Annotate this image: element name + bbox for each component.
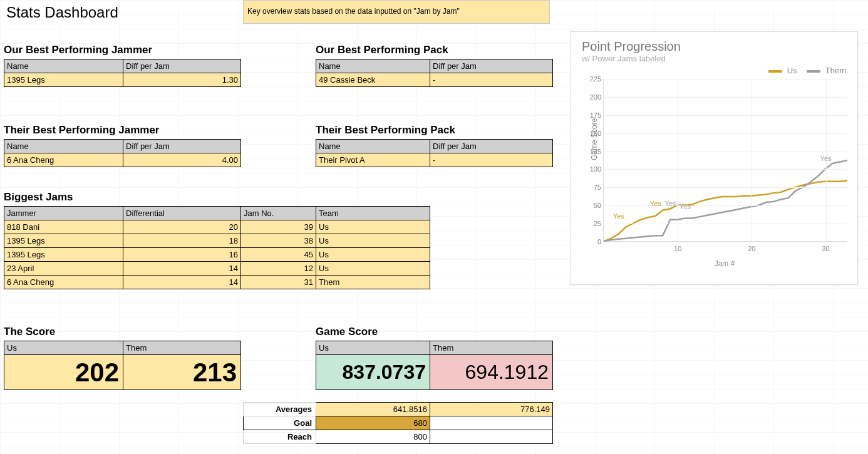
cell-jamno[interactable]: 31 <box>241 276 316 289</box>
cell-diff[interactable]: 14 <box>123 262 241 276</box>
chart-annotation: Yes <box>664 200 676 207</box>
legend-us: Us <box>787 66 797 75</box>
col-them: Them <box>430 341 553 355</box>
info-banner: Key overview stats based on the data inp… <box>243 0 550 24</box>
their-pack-diff[interactable]: - <box>430 153 553 167</box>
score-table[interactable]: Us Them 202 213 <box>4 341 241 390</box>
chart-subtitle: w/ Power Jams labeled <box>582 54 846 63</box>
chart-ytick: 0 <box>582 238 601 245</box>
chart-ytick: 225 <box>582 75 601 83</box>
cell-team[interactable]: Them <box>316 276 430 289</box>
col-name: Name <box>316 140 430 153</box>
goal-value[interactable]: 680 <box>316 416 430 430</box>
cell-team[interactable]: Us <box>316 262 430 276</box>
col-differential: Differential <box>123 207 241 220</box>
chart-xtick: 30 <box>822 245 829 252</box>
col-name: Name <box>4 140 123 153</box>
chart-ytick: 100 <box>582 165 601 173</box>
table-row[interactable]: 1395 Legs1645Us <box>4 248 430 262</box>
table-row[interactable]: 1395 Legs1838Us <box>4 234 430 248</box>
cell-jammer[interactable]: 1395 Legs <box>4 234 123 248</box>
cell-diff[interactable]: 20 <box>123 220 241 234</box>
gamescore-table[interactable]: Us Them 837.0737 694.1912 <box>316 341 553 390</box>
score-us[interactable]: 202 <box>4 355 123 390</box>
chart-title: Point Progression <box>582 39 846 54</box>
col-diff: Diff per Jam <box>430 140 553 153</box>
col-team: Team <box>316 207 430 220</box>
their-jammer-table[interactable]: Name Diff per Jam 6 Ana Cheng 4.00 <box>4 139 241 167</box>
col-name: Name <box>4 59 123 73</box>
their-jammer-name[interactable]: 6 Ana Cheng <box>4 153 123 167</box>
chart-annotation: Yes <box>679 203 691 210</box>
cell-jammer[interactable]: 6 Ana Cheng <box>4 276 123 289</box>
chart-lines <box>604 79 847 241</box>
our-pack-table[interactable]: Name Diff per Jam 49 Cassie Beck - <box>316 59 553 87</box>
section-gamescore: Game Score <box>316 326 553 341</box>
cell-jammer[interactable]: 23 April <box>4 262 123 276</box>
avg-us[interactable]: 641.8516 <box>316 403 430 416</box>
cell-jamno[interactable]: 12 <box>241 262 316 276</box>
chart-annotation: Yes <box>613 212 624 220</box>
label-averages: Averages <box>244 403 316 416</box>
our-pack-name[interactable]: 49 Cassie Beck <box>316 73 430 87</box>
gamescore-us[interactable]: 837.0737 <box>316 355 430 390</box>
cell-jamno[interactable]: 45 <box>241 248 316 262</box>
col-them: Them <box>123 341 241 355</box>
our-pack-diff[interactable]: - <box>430 73 553 87</box>
their-jammer-diff[interactable]: 4.00 <box>123 153 241 167</box>
col-name: Name <box>316 59 430 73</box>
cell-team[interactable]: Us <box>316 220 430 234</box>
chart-xtick: 10 <box>674 245 681 252</box>
label-goal: Goal <box>244 416 316 430</box>
section-our-pack: Our Best Performing Pack <box>316 44 553 59</box>
our-jammer-diff[interactable]: 1.30 <box>123 73 241 87</box>
section-score: The Score <box>4 326 241 341</box>
chart-ytick: 150 <box>582 130 601 137</box>
legend-them: Them <box>825 66 846 75</box>
chart-ytick: 175 <box>582 111 601 119</box>
page-title: Stats Dashboard <box>4 0 121 25</box>
legend-swatch-them <box>807 70 820 73</box>
col-diff: Diff per Jam <box>123 59 241 73</box>
chart-xtick: 20 <box>748 245 755 252</box>
cell-diff[interactable]: 18 <box>123 234 241 248</box>
their-pack-table[interactable]: Name Diff per Jam Their Pivot A - <box>316 139 553 167</box>
cell-team[interactable]: Us <box>316 248 430 262</box>
col-jammer: Jammer <box>4 207 123 220</box>
reach-them[interactable] <box>430 430 553 444</box>
cell-jamno[interactable]: 39 <box>241 220 316 234</box>
chart-ytick: 125 <box>582 148 601 155</box>
chart-series-them <box>604 160 847 241</box>
biggest-jams-table[interactable]: Jammer Differential Jam No. Team 818 Dan… <box>4 206 430 289</box>
score-them[interactable]: 213 <box>123 355 241 390</box>
label-reach: Reach <box>244 430 316 444</box>
our-jammer-name[interactable]: 1395 Legs <box>4 73 123 87</box>
section-biggest-jams: Biggest Jams <box>4 191 430 206</box>
our-jammer-table[interactable]: Name Diff per Jam 1395 Legs 1.30 <box>4 59 241 87</box>
chart-ytick: 200 <box>582 93 601 101</box>
chart-annotation: Yes <box>650 200 661 207</box>
gamescore-them[interactable]: 694.1912 <box>430 355 553 390</box>
col-jamno: Jam No. <box>241 207 316 220</box>
cell-jammer[interactable]: 1395 Legs <box>4 248 123 262</box>
cell-jamno[interactable]: 38 <box>241 234 316 248</box>
col-us: Us <box>4 341 123 355</box>
avg-them[interactable]: 776.149 <box>430 403 553 416</box>
table-row[interactable]: 6 Ana Cheng1431Them <box>4 276 430 289</box>
cell-diff[interactable]: 16 <box>123 248 241 262</box>
chart-xlabel: Jam # <box>603 259 846 268</box>
chart-ytick: 25 <box>582 220 601 227</box>
cell-jammer[interactable]: 818 Dani <box>4 220 123 234</box>
col-us: Us <box>316 341 430 355</box>
gamescore-extra-table[interactable]: Averages 641.8516 776.149 Goal 680 Reach… <box>243 402 553 444</box>
cell-diff[interactable]: 14 <box>123 276 241 289</box>
section-their-pack: Their Best Performing Pack <box>316 124 553 139</box>
table-row[interactable]: 23 April1412Us <box>4 262 430 276</box>
reach-value[interactable]: 800 <box>316 430 430 444</box>
cell-team[interactable]: Us <box>316 234 430 248</box>
goal-them[interactable] <box>430 416 553 430</box>
table-row[interactable]: 818 Dani2039Us <box>4 220 430 234</box>
chart-panel[interactable]: Point Progression w/ Power Jams labeled … <box>570 31 858 285</box>
their-pack-name[interactable]: Their Pivot A <box>316 153 430 167</box>
chart-legend: Us Them <box>582 66 846 75</box>
